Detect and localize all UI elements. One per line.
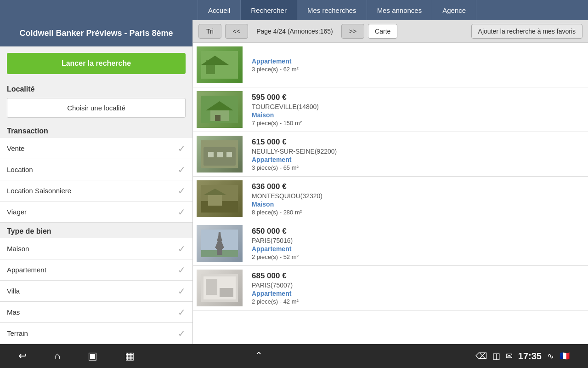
listing-info: 650 000 € PARIS(75016) Appartement 2 pie… <box>246 221 304 265</box>
tab-rechercher[interactable]: Rechercher <box>241 0 297 20</box>
thumbnail-image <box>201 51 238 79</box>
type-maison-check: ✓ <box>101 243 192 254</box>
image-icon: ◫ <box>492 351 500 361</box>
transaction-vente-row[interactable]: Vente ✓ <box>0 138 192 159</box>
transaction-location-row[interactable]: Location ✓ <box>0 159 192 180</box>
transaction-location-label: Location <box>0 159 101 180</box>
svg-rect-6 <box>215 115 220 121</box>
svg-rect-14 <box>208 194 222 206</box>
listing-type: Appartement <box>252 58 299 65</box>
next-button[interactable]: >> <box>341 24 364 39</box>
listing-item[interactable]: 650 000 € PARIS(75016) Appartement 2 pie… <box>193 221 588 266</box>
recents-icon[interactable]: ▣ <box>88 350 97 362</box>
listing-details: 2 piece(s) - 42 m² <box>252 298 299 305</box>
transaction-viager-row[interactable]: Viager ✓ <box>0 201 192 223</box>
thumbnail-image <box>201 140 238 168</box>
type-villa-row[interactable]: Villa ✓ <box>0 281 192 302</box>
check-icon: ✓ <box>178 286 186 297</box>
listing-info: 615 000 € NEUILLY-SUR-SEINE(92200) Appar… <box>246 132 342 176</box>
type-mas-check: ✓ <box>101 307 192 318</box>
tab-agence[interactable]: Agence <box>432 0 476 20</box>
transaction-vente-label: Vente <box>0 138 101 159</box>
svg-rect-10 <box>217 152 223 157</box>
localite-button[interactable]: Choisir une localité <box>7 98 186 118</box>
check-icon: ✓ <box>178 143 186 154</box>
transaction-vente-check: ✓ <box>101 143 192 154</box>
mail-icon: ✉ <box>506 351 513 361</box>
listing-item[interactable]: 636 000 € MONTESQUIOU(32320) Maison 8 pi… <box>193 177 588 221</box>
listing-item[interactable]: 615 000 € NEUILLY-SUR-SEINE(92200) Appar… <box>193 132 588 177</box>
type-appartement-label: Appartement <box>0 259 101 280</box>
listing-thumbnail <box>197 136 243 172</box>
chevron-up-icon[interactable]: ⌃ <box>254 350 263 362</box>
usb-icon: ⌫ <box>475 351 487 361</box>
listing-location: MONTESQUIOU(32320) <box>252 192 322 200</box>
toolbar: Tri << Page 4/24 (Annonces:165) >> Carte… <box>193 20 588 43</box>
type-mas-row[interactable]: Mas ✓ <box>0 302 192 323</box>
listing-thumbnail <box>197 91 243 128</box>
prev-button[interactable]: << <box>225 24 248 39</box>
check-icon: ✓ <box>178 243 186 254</box>
tab-accueil[interactable]: Accueil <box>198 0 241 20</box>
listing-details: 2 piece(s) - 52 m² <box>252 253 299 260</box>
listing-type: Maison <box>252 111 319 119</box>
thumbnail-image <box>201 96 238 123</box>
listing-location: TOURGEVILLE(14800) <box>252 103 319 110</box>
type-terrain-row[interactable]: Terrain ✓ <box>0 323 192 344</box>
tab-mes-recherches[interactable]: Mes recherches <box>297 0 367 20</box>
listing-type: Appartement <box>252 245 299 253</box>
listing-thumbnail <box>197 270 243 306</box>
listing-type: Maison <box>252 201 322 208</box>
type-section-title: Type de bien <box>0 223 192 238</box>
type-maison-label: Maison <box>0 238 101 259</box>
listing-price: 595 000 € <box>252 93 319 102</box>
top-nav: Accueil Rechercher Mes recherches Mes an… <box>0 0 588 20</box>
clock: 17:35 <box>518 351 542 362</box>
home-icon[interactable]: ⌂ <box>54 350 60 362</box>
type-appartement-row[interactable]: Appartement ✓ <box>0 259 192 281</box>
page-info: Page 4/24 (Annonces:165) <box>252 28 338 35</box>
status-area: ⌫ ◫ ✉ 17:35 ∿ 🇫🇷 <box>475 351 570 362</box>
transaction-locationsaison-label: Location Saisonniere <box>0 180 101 201</box>
svg-rect-21 <box>216 247 223 249</box>
svg-rect-24 <box>206 279 217 295</box>
listing-details: 3 piece(s) - 62 m² <box>252 66 299 73</box>
listing-details: 7 piece(s) - 150 m² <box>252 120 319 126</box>
wifi-icon: ∿ <box>547 351 554 361</box>
tab-mes-annonces[interactable]: Mes annonces <box>367 0 433 20</box>
listing-location: PARIS(75007) <box>252 282 299 289</box>
check-icon: ✓ <box>178 264 186 276</box>
check-icon: ✓ <box>178 328 186 339</box>
search-button[interactable]: Lancer la recherche <box>7 53 186 74</box>
flag-icon: 🇫🇷 <box>560 351 570 361</box>
listings: Appartement 3 piece(s) - 62 m² 595 000 € <box>193 43 588 368</box>
transaction-locationsaison-check: ✓ <box>101 185 192 196</box>
transaction-locationsaison-row[interactable]: Location Saisonniere ✓ <box>0 180 192 201</box>
bottom-bar: ↩ ⌂ ▣ ▦ ⌃ ⌫ ◫ ✉ 17:35 ∿ 🇫🇷 <box>0 344 588 368</box>
listing-info: 636 000 € MONTESQUIOU(32320) Maison 8 pi… <box>246 177 328 221</box>
check-icon: ✓ <box>178 185 186 196</box>
localite-section-title: Localité <box>0 80 192 96</box>
check-icon: ✓ <box>178 207 186 218</box>
type-maison-row[interactable]: Maison ✓ <box>0 238 192 259</box>
type-villa-check: ✓ <box>101 286 192 297</box>
type-terrain-check: ✓ <box>101 328 192 339</box>
listing-type: Appartement <box>252 156 337 163</box>
transaction-location-check: ✓ <box>101 164 192 175</box>
tri-button[interactable]: Tri <box>198 24 221 39</box>
back-icon[interactable]: ↩ <box>18 350 27 362</box>
listing-item[interactable]: 595 000 € TOURGEVILLE(14800) Maison 7 pi… <box>193 87 588 132</box>
listing-thumbnail <box>197 225 243 262</box>
add-to-favorites-button[interactable]: Ajouter la recherche à mes favoris <box>471 24 582 39</box>
listing-item[interactable]: 685 000 € PARIS(75007) Appartement 2 pie… <box>193 266 588 310</box>
sidebar: Coldwell Banker Préviews - Paris 8ème La… <box>0 20 193 368</box>
listing-details: 3 piece(s) - 65 m² <box>252 164 337 171</box>
carte-button[interactable]: Carte <box>368 24 397 39</box>
listing-price: 685 000 € <box>252 271 299 281</box>
listing-info: Appartement 3 piece(s) - 62 m² <box>246 43 304 87</box>
thumbnail-image <box>201 185 238 213</box>
listing-thumbnail <box>197 46 243 83</box>
listing-info: 685 000 € PARIS(75007) Appartement 2 pie… <box>246 266 304 310</box>
screenshot-icon[interactable]: ▦ <box>125 350 135 362</box>
listing-item[interactable]: Appartement 3 piece(s) - 62 m² <box>193 43 588 87</box>
